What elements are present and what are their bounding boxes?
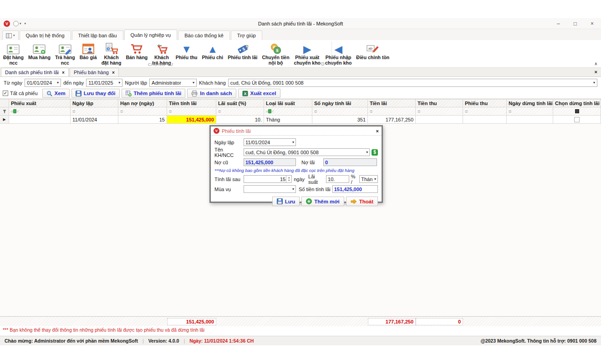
cell-lai-suat: 10. <box>216 116 264 124</box>
status-date: Ngày: 11/01/2024 1:54:36 CH <box>189 338 254 344</box>
column-header[interactable]: Lãi suất (%) <box>216 99 264 107</box>
table-row[interactable]: ▶ 11/01/2024 15 151,425,000 10. Tháng 35… <box>0 116 601 124</box>
doc-tab-phieu-ban-hang[interactable]: Phiếu bán hàng × <box>70 68 119 76</box>
dialog-no-lai-field[interactable]: 0 <box>323 158 377 166</box>
column-header[interactable]: Ngày dừng tính lãi <box>507 99 553 107</box>
dialog-customer-select[interactable]: cud, Chú Út Đổng, 0901 000 508▾ <box>244 148 370 156</box>
cart-return-icon <box>155 41 168 55</box>
filter-cell[interactable]: = <box>216 107 264 116</box>
excel-icon: X <box>242 91 248 96</box>
filter-cell[interactable]: ac <box>264 107 312 116</box>
filter-cell[interactable]: = <box>416 107 463 116</box>
from-date-input[interactable]: 01/01/2024▾ <box>25 79 61 87</box>
dialog-close-button[interactable]: × <box>376 128 379 134</box>
ribbon-item-label: Phiếu chi <box>202 55 223 61</box>
ribbon-item-phieu-tinh-lai[interactable]: $ Phiếu tính lãi <box>225 41 260 61</box>
dialog-date-select[interactable]: 11/01/2024▾ <box>244 138 296 146</box>
dialog-mua-vu-label: Mùa vụ <box>214 187 242 192</box>
column-header[interactable]: Loại lãi suất <box>264 99 312 107</box>
ribbon-item-phieu-nhap-chuyen-kho[interactable]: ◀ Phiếu nhập chuyển kho <box>323 41 354 66</box>
view-button[interactable]: Xem <box>42 89 70 98</box>
dialog-season-select[interactable]: ▾ <box>244 185 296 193</box>
column-header[interactable]: Tiền thu <box>416 99 463 107</box>
dialog-save-button[interactable]: Lưu <box>272 197 300 206</box>
refresh-customer-icon[interactable]: $ <box>372 149 378 156</box>
filter-cell[interactable]: = <box>368 107 416 116</box>
header-marker-cell <box>0 99 9 107</box>
ribbon-item-phieu-thu[interactable]: ▼ Phiếu thu <box>173 41 200 61</box>
dialog-period-select[interactable]: Thán▾ <box>359 175 378 183</box>
to-date-input[interactable]: 11/01/2025▾ <box>86 79 122 87</box>
filter-cell[interactable]: = <box>312 107 368 116</box>
column-header[interactable]: Số ngày tính lãi <box>312 99 368 107</box>
ribbon-tab-help[interactable]: Trợ giúp <box>231 30 262 40</box>
column-header[interactable]: Phiếu thu <box>463 99 507 107</box>
dialog-add-new-button[interactable]: Thêm mới <box>301 197 344 206</box>
cell-ngay-lap: 11/01/2024 <box>71 116 118 124</box>
ribbon-item-dieu-chinh-ton[interactable]: ab Điều chỉnh tồn <box>354 41 392 61</box>
quick-access-button[interactable]: ▾ <box>13 21 21 26</box>
ribbon-collapse-button[interactable]: ∧ <box>594 61 597 66</box>
column-header[interactable]: Phiếu xuất <box>9 99 71 107</box>
dialog-rate-field[interactable]: 10. <box>326 175 349 183</box>
quick-access-dropdown[interactable]: ▾ <box>25 22 26 25</box>
stop-interest-checkbox[interactable] <box>574 117 580 122</box>
restore-button[interactable]: □ <box>574 20 577 27</box>
print-list-button[interactable]: In danh sách <box>187 89 236 98</box>
dialog-so-tien-field[interactable]: 151,425,000 <box>332 185 378 193</box>
status-version: Version: 4.0.0 <box>148 338 179 344</box>
column-header[interactable]: Ngày lập <box>71 99 118 107</box>
group-dialog-launcher[interactable]: ⊙ <box>321 61 325 67</box>
ribbon-tab-system[interactable]: Quản trị hệ thống <box>20 30 71 40</box>
column-header[interactable]: Tiền tính lãi <box>167 99 216 107</box>
ribbon-item-mua-hang[interactable]: Mua hàng <box>26 41 53 61</box>
window-title: Danh sách phiếu tính lãi - MekongSoft <box>0 21 601 26</box>
column-header[interactable]: Tiền lãi <box>368 99 416 107</box>
ribbon-item-label: Phiếu nhập chuyển kho <box>325 55 351 66</box>
filter-cell-bool[interactable] <box>553 107 601 116</box>
customer-select[interactable]: cud, Chú Út Đổng, 0901 000 508▾ <box>228 79 597 87</box>
tab-close-icon[interactable]: × <box>62 70 65 75</box>
spinner-arrows-icon[interactable]: ▲▼ <box>286 176 291 182</box>
column-header[interactable]: Chọn dừng tính lãi <box>553 99 601 107</box>
doc-tab-danh-sach-phieu-tinh-lai[interactable]: Danh sách phiếu tính lãi × <box>1 68 69 76</box>
dialog-no-cu-field[interactable]: 151,425,000 <box>244 158 296 166</box>
ribbon-item-bao-gia[interactable]: Báo giá <box>77 41 99 61</box>
add-interest-slip-button[interactable]: Thêm phiếu tính lãi <box>122 89 186 98</box>
cell-phieu-thu <box>463 116 507 124</box>
dialog-so-tien-label: Số tiền tính lãi <box>298 187 331 192</box>
doc-tab-label: Danh sách phiếu tính lãi <box>5 70 59 75</box>
ribbon-pane-button[interactable]: ▾ <box>2 30 19 40</box>
column-header[interactable]: Hạn nợ (ngày) <box>118 99 167 107</box>
ribbon-item-label: Phiếu tính lãi <box>228 55 257 61</box>
status-separator: | <box>143 338 144 344</box>
ribbon-item-ban-hang[interactable]: Bán hàng <box>123 41 150 61</box>
cart-icon <box>130 41 143 55</box>
dialog-ngay-label: ngày <box>294 177 305 182</box>
filter-cell[interactable]: = <box>167 107 216 116</box>
dialog-days-stepper[interactable]: 15 ▲▼ <box>244 175 292 183</box>
save-changes-button[interactable]: Lưu thay đổi <box>71 89 120 98</box>
filter-cell[interactable]: = <box>118 107 167 116</box>
creator-select[interactable]: Administrator▾ <box>149 79 197 87</box>
ribbon-item-phieu-chi[interactable]: ▲ Phiếu chi <box>199 41 225 61</box>
minimize-button[interactable]: – <box>557 20 560 27</box>
tab-close-icon[interactable]: × <box>112 70 115 75</box>
filter-cell[interactable]: = <box>71 107 118 116</box>
dialog-no-cu-label: Nợ cũ <box>214 160 242 165</box>
all-slips-checkbox[interactable]: ✓ <box>3 91 8 96</box>
tabstrip-close-button[interactable]: × <box>595 69 597 75</box>
dialog-lai-suat-label: Lãi suất <box>306 174 324 185</box>
export-excel-button[interactable]: X Xuất excel <box>238 89 280 98</box>
dialog-title-bar[interactable]: V Phiếu tính lãi × <box>211 126 382 136</box>
cell-phieu-xuat <box>9 116 71 124</box>
dialog-exit-button[interactable]: Thoát <box>346 197 378 206</box>
filter-cell[interactable]: = <box>507 107 553 116</box>
filter-cell[interactable]: = <box>463 107 507 116</box>
ribbon-tab-operations[interactable]: Quản lý nghiệp vụ <box>124 30 178 40</box>
ribbon-tab-setup[interactable]: Thiết lập ban đầu <box>72 30 123 40</box>
ribbon-tab-reports[interactable]: Báo cáo thống kê <box>178 30 230 40</box>
filter-cell[interactable]: ac <box>9 107 71 116</box>
ab-pen-icon: ab <box>367 41 379 55</box>
close-button[interactable]: × <box>591 20 594 27</box>
